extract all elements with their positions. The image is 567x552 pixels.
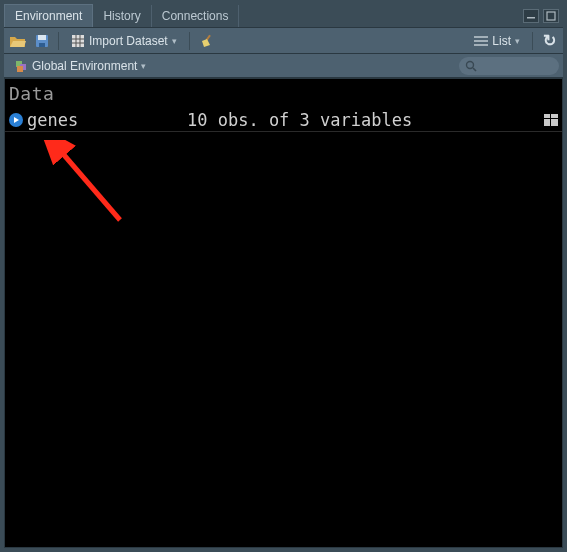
- refresh-button[interactable]: ↻: [539, 31, 559, 51]
- minimize-icon[interactable]: [523, 9, 539, 23]
- object-row[interactable]: genes 10 obs. of 3 variables: [5, 108, 562, 132]
- load-workspace-icon[interactable]: [8, 31, 28, 51]
- object-description: 10 obs. of 3 variables: [187, 110, 544, 130]
- search-input[interactable]: [459, 57, 559, 75]
- view-mode-label: List: [492, 34, 511, 48]
- scope-bar: Global Environment ▾: [4, 54, 563, 78]
- window-controls: [523, 9, 563, 23]
- environment-pane: Environment History Connections: [0, 0, 567, 552]
- environment-content: Data genes 10 obs. of 3 variables: [4, 78, 563, 548]
- scope-label: Global Environment: [32, 59, 137, 73]
- tab-environment[interactable]: Environment: [4, 4, 93, 27]
- search-icon: [465, 60, 477, 72]
- chevron-down-icon: ▾: [141, 61, 146, 71]
- save-workspace-icon[interactable]: [32, 31, 52, 51]
- import-dataset-label: Import Dataset: [89, 34, 168, 48]
- grid-import-icon: [71, 34, 85, 48]
- svg-rect-3: [38, 35, 46, 40]
- package-icon: [14, 59, 28, 73]
- object-name: genes: [27, 110, 187, 130]
- toolbar: Import Dataset ▾ List ▾ ↻: [4, 28, 563, 54]
- chevron-down-icon: ▾: [515, 36, 520, 46]
- view-data-icon[interactable]: [544, 114, 558, 126]
- svg-line-18: [473, 68, 476, 71]
- expand-icon[interactable]: [9, 113, 23, 127]
- refresh-icon: ↻: [543, 31, 556, 50]
- list-icon: [474, 35, 488, 47]
- view-mode-button[interactable]: List ▾: [468, 32, 526, 50]
- svg-rect-16: [17, 66, 23, 72]
- section-header-data: Data: [5, 79, 562, 108]
- svg-rect-5: [72, 35, 84, 47]
- scope-selector[interactable]: Global Environment ▾: [8, 57, 152, 75]
- svg-rect-4: [39, 43, 45, 47]
- svg-point-17: [467, 61, 474, 68]
- import-dataset-button[interactable]: Import Dataset ▾: [65, 32, 183, 50]
- tab-bar: Environment History Connections: [4, 4, 563, 28]
- tab-history[interactable]: History: [93, 5, 151, 27]
- tab-connections[interactable]: Connections: [152, 5, 240, 27]
- clear-workspace-icon[interactable]: [196, 31, 216, 51]
- maximize-icon[interactable]: [543, 9, 559, 23]
- chevron-down-icon: ▾: [172, 36, 177, 46]
- svg-rect-1: [547, 12, 555, 20]
- svg-rect-0: [527, 17, 535, 19]
